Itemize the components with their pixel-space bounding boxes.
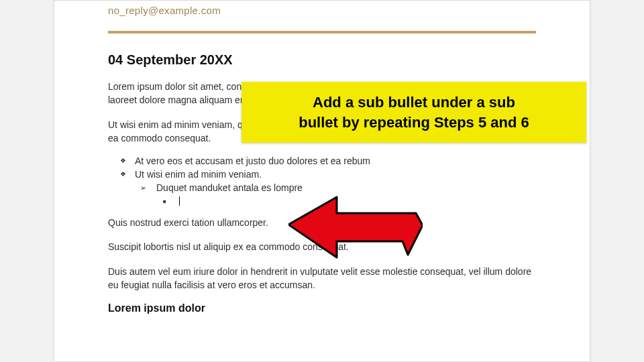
svg-marker-0 — [288, 197, 423, 257]
divider-gold — [108, 31, 536, 34]
instruction-callout: Add a sub bullet under a sub bullet by r… — [241, 82, 586, 143]
document-page[interactable]: no_reply@example.com 04 September 20XX L… — [54, 0, 590, 362]
text-cursor — [179, 196, 180, 206]
date-heading: 04 September 20XX — [108, 52, 536, 68]
list-item[interactable]: At vero eos et accusam et justo duo dolo… — [135, 156, 536, 166]
pointer-arrow-icon — [288, 194, 423, 271]
list-item-text: Ut wisi enim ad minim veniam. — [135, 169, 262, 180]
list-item-text: Duquet manduket antala es lompre — [156, 182, 303, 193]
list-item-text: At vero eos et accusam et justo duo dolo… — [135, 156, 370, 166]
sender-email: no_reply@example.com — [108, 5, 536, 16]
section-heading: Lorem ipsum dolor — [108, 302, 536, 314]
callout-line-2: bullet by repeating Steps 5 and 6 — [256, 113, 572, 133]
callout-line-1: Add a sub bullet under a sub — [256, 93, 572, 113]
